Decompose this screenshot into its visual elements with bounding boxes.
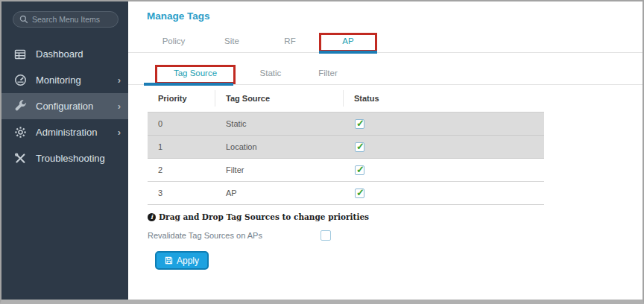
drag-drop-note: i Drag and Drop Tag Sources to change pr… xyxy=(148,212,643,221)
revalidate-row: Revalidate Tag Sources on APs xyxy=(148,230,643,241)
subtab-filter[interactable]: Filter xyxy=(306,65,350,84)
sidebar-item-label: Monitoring xyxy=(36,75,81,86)
chevron-right-icon: › xyxy=(118,75,121,85)
subtab-tag-source[interactable]: Tag Source xyxy=(155,65,236,84)
tag-type-tabs: Policy Site RF AP xyxy=(128,33,643,53)
save-icon xyxy=(165,256,173,265)
ap-subtabs: Tag Source Static Filter xyxy=(128,65,643,85)
status-checkbox[interactable] xyxy=(355,189,364,198)
tab-policy[interactable]: Policy xyxy=(145,33,203,52)
search-icon xyxy=(19,15,28,24)
revalidate-label: Revalidate Tag Sources on APs xyxy=(148,231,321,240)
tab-rf[interactable]: RF xyxy=(261,33,319,52)
sidebar-item-configuration[interactable]: Configuration › xyxy=(1,93,128,119)
menu-search-box[interactable] xyxy=(13,11,119,28)
monitoring-icon xyxy=(13,74,27,87)
sidebar: Dashboard Monitoring › xyxy=(1,1,128,300)
table-row[interactable]: 3 AP xyxy=(148,182,544,205)
tab-ap[interactable]: AP xyxy=(319,33,377,52)
main-content: Manage Tags Policy Site RF AP Tag Source… xyxy=(128,1,643,300)
chevron-right-icon: › xyxy=(118,101,121,111)
subtab-static[interactable]: Static xyxy=(236,65,306,84)
column-header-status: Status xyxy=(344,90,544,107)
sidebar-item-label: Dashboard xyxy=(36,48,83,60)
tab-site[interactable]: Site xyxy=(203,33,261,52)
cell-tag-source: Location xyxy=(215,142,344,151)
cell-priority: 0 xyxy=(148,119,215,128)
apply-button-label: Apply xyxy=(177,256,199,266)
column-header-tag-source: Tag Source xyxy=(215,90,344,107)
chevron-right-icon: › xyxy=(118,127,121,137)
note-text: Drag and Drop Tag Sources to change prio… xyxy=(159,212,369,221)
table-row[interactable]: 0 Static xyxy=(148,113,544,136)
status-checkbox[interactable] xyxy=(355,119,364,129)
cell-priority: 3 xyxy=(148,189,215,197)
app-window: Dashboard Monitoring › xyxy=(0,0,644,304)
sidebar-item-label: Configuration xyxy=(36,101,93,112)
sidebar-item-label: Troubleshooting xyxy=(36,153,105,164)
sidebar-item-monitoring[interactable]: Monitoring › xyxy=(1,67,128,93)
tag-source-table: Priority Tag Source Status 0 Static 1 Lo… xyxy=(148,85,544,205)
cell-tag-source: AP xyxy=(215,189,344,197)
cell-tag-source: Static xyxy=(215,119,344,128)
search-input[interactable] xyxy=(32,15,112,24)
sidebar-item-troubleshooting[interactable]: Troubleshooting xyxy=(1,145,128,171)
table-header-row: Priority Tag Source Status xyxy=(148,85,544,113)
table-row[interactable]: 1 Location xyxy=(148,136,544,159)
sidebar-item-dashboard[interactable]: Dashboard xyxy=(1,41,128,67)
sidebar-item-label: Administration xyxy=(36,127,97,138)
apply-button[interactable]: Apply xyxy=(155,251,209,270)
administration-icon xyxy=(13,126,27,139)
cell-priority: 2 xyxy=(148,165,215,174)
sidebar-item-administration[interactable]: Administration › xyxy=(1,119,128,145)
sidebar-nav: Dashboard Monitoring › xyxy=(1,41,128,171)
cell-priority: 1 xyxy=(148,142,215,151)
status-checkbox[interactable] xyxy=(355,165,364,175)
info-icon: i xyxy=(148,213,156,221)
table-row[interactable]: 2 Filter xyxy=(148,159,544,182)
revalidate-checkbox[interactable] xyxy=(321,230,331,241)
dashboard-icon xyxy=(13,48,27,61)
cell-tag-source: Filter xyxy=(215,165,344,174)
page-title: Manage Tags xyxy=(147,10,643,22)
troubleshooting-icon xyxy=(13,152,27,165)
column-header-priority: Priority xyxy=(148,90,215,107)
configuration-icon xyxy=(13,100,27,113)
status-checkbox[interactable] xyxy=(355,142,364,152)
